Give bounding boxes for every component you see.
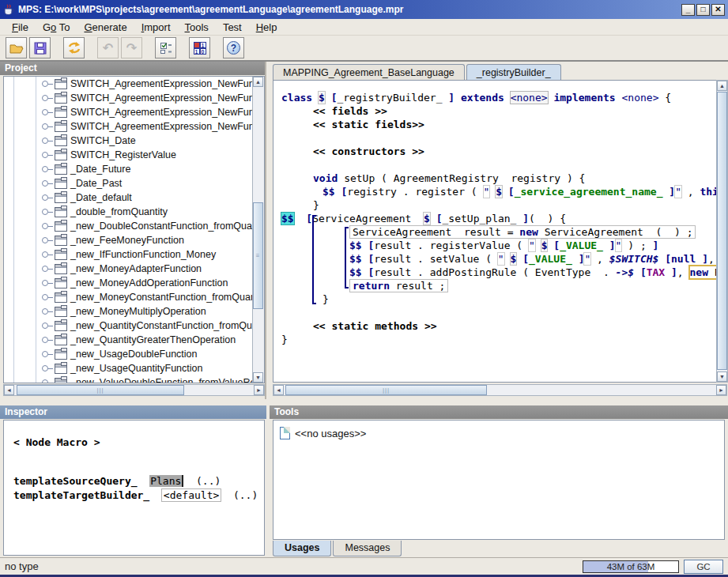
tree-item[interactable]: _new_MoneyAddOperationFunction xyxy=(4,276,252,290)
save-button[interactable] xyxy=(29,37,51,58)
tree-item[interactable]: _Date_Future xyxy=(4,162,252,176)
tree-item[interactable]: _new_IfFunctionFunction_Money xyxy=(4,247,252,262)
expand-handle-icon[interactable] xyxy=(42,123,48,130)
inspector-content[interactable]: < Node Macro > templateSourceQuery_ Plan… xyxy=(3,420,265,556)
expand-handle-icon[interactable] xyxy=(42,81,48,87)
tree-item[interactable]: SWITCH_AgreementExpression_NewFunc xyxy=(4,105,252,119)
expand-handle-icon[interactable] xyxy=(42,194,48,201)
binary-grid-button[interactable]: 110 xyxy=(189,37,210,58)
sync-button[interactable] xyxy=(63,37,85,58)
expand-handle-icon[interactable] xyxy=(42,152,48,158)
scroll-down-arrow[interactable]: ▼ xyxy=(717,371,727,382)
expand-handle-icon[interactable] xyxy=(42,337,48,343)
expand-handle-icon[interactable] xyxy=(42,138,48,144)
inspector-row[interactable]: templateTargetBuilder_ <default> (..) xyxy=(13,489,264,503)
menu-tools[interactable]: Tools xyxy=(178,20,216,35)
code-line[interactable]: void setUp ( AgreementRegistry registry … xyxy=(278,172,715,185)
inspector-value-cell[interactable]: Plans xyxy=(149,475,183,487)
expand-handle-icon[interactable] xyxy=(42,166,48,172)
tree-item[interactable]: _new_DoubleConstantFunction_fromQuan xyxy=(4,219,252,233)
scroll-down-arrow[interactable]: ▼ xyxy=(253,372,263,383)
tree-item[interactable]: _new_MoneyMultiplyOperation xyxy=(4,304,252,319)
code-line[interactable]: $$ [ServiceAgreement $ [_setUp_plan_ ]( … xyxy=(278,212,715,225)
menu-import[interactable]: Import xyxy=(134,20,178,35)
expand-handle-icon[interactable] xyxy=(42,280,48,286)
expand-handle-icon[interactable] xyxy=(42,365,48,371)
selected-cell[interactable]: ServiceAgreement result = new ServiceAgr… xyxy=(349,225,696,239)
code-line[interactable]: return result ; xyxy=(278,279,715,292)
code-line[interactable] xyxy=(278,306,715,319)
expand-handle-icon[interactable] xyxy=(42,379,48,383)
minimize-button[interactable]: _ xyxy=(681,4,695,16)
scrollbar-thumb[interactable]: ≡ xyxy=(253,202,263,309)
code-line[interactable] xyxy=(278,158,715,172)
tree-item[interactable]: _new_ValueDoubleFunction_fromValueRe xyxy=(4,375,252,383)
memory-indicator[interactable]: 43M of 63M xyxy=(583,560,679,573)
menu-test[interactable]: Test xyxy=(216,20,249,35)
code-line[interactable]: } xyxy=(278,292,715,306)
expand-handle-icon[interactable] xyxy=(42,322,48,329)
expand-handle-icon[interactable] xyxy=(42,351,48,357)
code-line[interactable] xyxy=(278,131,715,145)
inspector-row[interactable]: templateSourceQuery_ Plans (..) xyxy=(13,475,264,488)
scrollbar-thumb[interactable]: ||| xyxy=(17,385,184,395)
tree-item[interactable]: _new_QuantityGreaterThenOperation xyxy=(4,333,252,347)
editor-tab-_registrybuilder_[interactable]: _registryBuilder_ xyxy=(466,64,561,81)
generation-settings-button[interactable] xyxy=(155,37,176,58)
tree-item[interactable]: _new_QuantityConstantFunction_fromQu xyxy=(4,319,252,333)
editor-tab-mapping_agreement_baselanguage[interactable]: MAPPING_Agreement_BaseLanguage xyxy=(273,64,465,80)
expand-handle-icon[interactable] xyxy=(42,237,48,243)
tree-item[interactable]: _new_MoneyAdapterFunction xyxy=(4,262,252,276)
expand-handle-icon[interactable] xyxy=(42,95,48,101)
tree-item[interactable]: _double_fromQuantity xyxy=(4,205,252,219)
tab-usages[interactable]: Usages xyxy=(273,541,331,556)
code-line[interactable]: ServiceAgreement result = new ServiceAgr… xyxy=(278,225,715,239)
tree-item[interactable]: SWITCH_RegisterValue xyxy=(4,148,252,162)
expand-handle-icon[interactable] xyxy=(42,209,48,215)
menu-generate[interactable]: Generate xyxy=(77,20,134,35)
scrollbar-thumb[interactable]: ||| xyxy=(285,385,487,395)
scroll-up-arrow[interactable]: ▲ xyxy=(717,81,727,91)
code-line[interactable]: << fields >> xyxy=(278,104,715,118)
code-line[interactable]: } xyxy=(278,198,715,212)
project-horizontal-scrollbar[interactable]: ◄ ||| ► xyxy=(3,384,265,396)
help-button[interactable]: ? xyxy=(223,37,244,58)
selected-cell[interactable]: return result ; xyxy=(349,279,448,292)
code-line[interactable]: $$ [registry . register ( " $ [_service_… xyxy=(278,185,715,198)
tree-item[interactable]: _new_UsageQuantityFunction xyxy=(4,361,252,375)
menu-help[interactable]: Help xyxy=(249,20,285,35)
usages-view[interactable]: <<no usages>> xyxy=(273,420,725,540)
expand-handle-icon[interactable] xyxy=(42,266,48,272)
editor-horizontal-scrollbar[interactable]: ◄ ||| ► xyxy=(273,384,727,396)
horizontal-splitter[interactable] xyxy=(0,399,728,405)
code-line[interactable]: class $ [_registryBuilder_ ] extends <no… xyxy=(278,91,715,104)
open-folder-button[interactable] xyxy=(6,37,27,58)
tree-item[interactable]: SWITCH_Date xyxy=(4,134,252,148)
tree-item[interactable]: _new_FeeMoneyFunction xyxy=(4,233,252,247)
tree-item[interactable]: SWITCH_AgreementExpression_NewFunc xyxy=(4,77,252,91)
editor-content[interactable]: class $ [_registryBuilder_ ] extends <no… xyxy=(273,80,727,383)
menu-file[interactable]: File xyxy=(5,20,36,35)
scroll-right-arrow[interactable]: ► xyxy=(254,385,264,395)
scroll-right-arrow[interactable]: ► xyxy=(716,385,726,395)
code-line[interactable]: << static fields>> xyxy=(278,118,715,131)
code-line[interactable]: } xyxy=(278,333,715,346)
inspector-value-cell[interactable]: <default> xyxy=(162,489,221,501)
scroll-left-arrow[interactable]: ◄ xyxy=(4,385,14,395)
project-tree-viewport[interactable]: SWITCH_AgreementExpression_NewFuncSWITCH… xyxy=(4,77,252,383)
menu-go-to[interactable]: Go To xyxy=(36,20,77,35)
scroll-up-arrow[interactable]: ▲ xyxy=(253,77,263,87)
code-line[interactable]: << static methods >> xyxy=(278,319,715,333)
code-line[interactable]: << constructors >> xyxy=(278,145,715,158)
code-line[interactable]: $$ [result . setValue ( " $ [_VALUE_ ]" … xyxy=(278,252,715,266)
expand-handle-icon[interactable] xyxy=(42,294,48,300)
project-vertical-scrollbar[interactable]: ▲ ≡ ▼ xyxy=(252,77,264,383)
scroll-left-arrow[interactable]: ◄ xyxy=(273,385,284,395)
expand-handle-icon[interactable] xyxy=(42,180,48,187)
code-line[interactable]: $$ [result . registerValue ( " $ [_VALUE… xyxy=(278,239,715,252)
expand-handle-icon[interactable] xyxy=(42,251,48,258)
expand-handle-icon[interactable] xyxy=(42,109,48,115)
expand-handle-icon[interactable] xyxy=(42,308,48,315)
code-editor[interactable]: class $ [_registryBuilder_ ] extends <no… xyxy=(278,81,715,382)
tree-item[interactable]: _new_MoneyConstantFunction_fromQuan xyxy=(4,290,252,304)
